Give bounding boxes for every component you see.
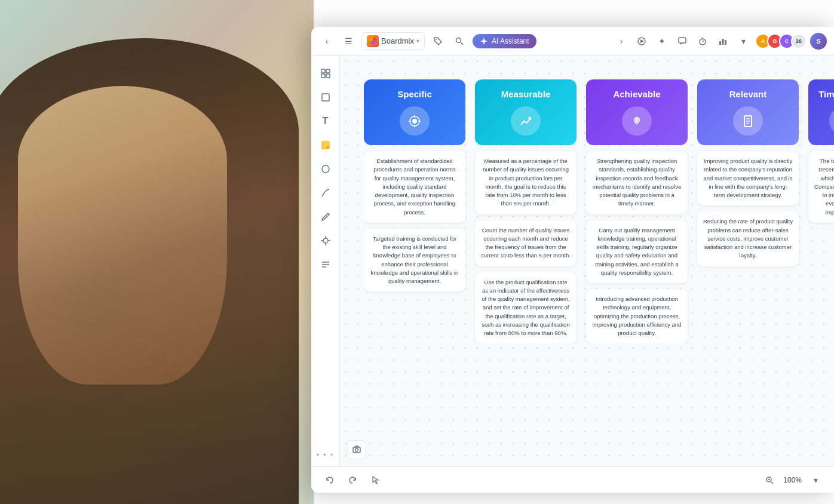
brand-dropdown: ▾: [416, 38, 419, 44]
chart-button[interactable]: [715, 33, 731, 50]
measurable-card-3: Use the product qualification rate as an…: [475, 272, 577, 344]
text-tool[interactable]: T: [315, 110, 336, 132]
bottom-toolbar: 100% ▾: [311, 466, 834, 493]
ai-assistant-button[interactable]: AI Assistant: [473, 34, 536, 48]
sidebar: T: [311, 56, 340, 466]
sidebar-more[interactable]: • • •: [317, 451, 334, 459]
undo-button[interactable]: [321, 471, 339, 489]
relevant-title: Relevant: [729, 89, 767, 99]
relevant-header: Relevant: [697, 79, 799, 145]
more-right-button[interactable]: ›: [613, 33, 630, 50]
relevant-icon: [733, 106, 763, 136]
achievable-icon: [622, 106, 652, 136]
svg-marker-7: [640, 39, 644, 43]
timer-button[interactable]: [694, 33, 711, 50]
achievable-text-2: Carry out quality management knowledge t…: [592, 226, 682, 278]
measurable-text-1: Measured as a percentage of the number o…: [481, 157, 571, 208]
measurable-text-2: Count the number of quality issues occur…: [481, 226, 571, 260]
connector-tool[interactable]: [315, 182, 336, 204]
svg-point-4: [456, 38, 461, 42]
avatar-group: A B C 26: [755, 33, 807, 49]
sticky-tool[interactable]: [315, 134, 336, 156]
brand-icon: [367, 35, 379, 47]
svg-rect-12: [719, 41, 721, 45]
menu-button[interactable]: ☰: [340, 33, 357, 50]
relevant-text-2: Reducing the rate of product quality pro…: [703, 217, 793, 260]
svg-point-21: [322, 165, 329, 173]
frame-tool[interactable]: [315, 87, 336, 108]
achievable-header: Achievable: [586, 79, 688, 145]
measurable-text-3: Use the product qualification rate as an…: [481, 278, 571, 338]
measurable-card-1: Measured as a percentage of the number o…: [475, 151, 577, 214]
svg-rect-20: [321, 141, 330, 149]
relevant-card-1: Improving product quality is directly re…: [697, 151, 799, 205]
svg-point-30: [412, 119, 417, 124]
measurable-icon: [511, 106, 541, 136]
shape-tool[interactable]: [315, 158, 336, 180]
tag-button[interactable]: [430, 33, 446, 50]
svg-point-47: [355, 448, 358, 451]
svg-rect-8: [679, 38, 686, 43]
timebound-text-1: The target deadline December 31, 2024, w…: [814, 157, 834, 217]
comment-button[interactable]: [674, 33, 691, 50]
zoom-dropdown[interactable]: ▾: [807, 471, 824, 489]
measurable-title: Measurable: [501, 89, 551, 99]
specific-text-2: Targeted training is conducted for the e…: [370, 235, 459, 286]
svg-rect-19: [322, 94, 329, 101]
plugin-tool[interactable]: [315, 230, 336, 251]
achievable-card-3: Introducing advanced production technolo…: [586, 289, 688, 343]
timebound-column: Time-bound The target deadline December …: [808, 79, 834, 343]
specific-header: Specific: [364, 79, 465, 145]
app-window: ‹ ☰ Boardmix ▾: [311, 27, 834, 493]
achievable-card-2: Carry out quality management knowledge t…: [586, 220, 688, 284]
back-button[interactable]: ‹: [318, 33, 335, 50]
svg-line-5: [461, 42, 463, 45]
top-toolbar: ‹ ☰ Boardmix ▾: [311, 27, 834, 56]
svg-line-50: [771, 481, 774, 484]
specific-text-1: Establishment of standardized procedures…: [370, 157, 459, 217]
relevant-text-1: Improving product quality is directly re…: [703, 157, 793, 199]
measurable-header: Measurable: [475, 79, 577, 145]
timebound-header: Time-bound: [808, 79, 834, 145]
toolbar-right: › ✦: [613, 33, 827, 50]
svg-point-37: [636, 119, 638, 121]
svg-line-11: [703, 41, 704, 42]
zoom-out-button[interactable]: [761, 471, 778, 489]
achievable-text-1: Strengthening quality inspection standar…: [592, 157, 682, 208]
svg-point-0: [369, 38, 373, 41]
achievable-column: Achievable Strengthening quality inspect…: [586, 79, 688, 343]
timebound-card-1: The target deadline December 31, 2024, w…: [808, 151, 834, 223]
camera-button[interactable]: [347, 440, 366, 459]
svg-point-22: [323, 238, 328, 243]
list-tool[interactable]: [315, 254, 336, 275]
background-photo: [0, 0, 314, 504]
user-avatar[interactable]: S: [810, 33, 827, 50]
achievable-card-1: Strengthening quality inspection standar…: [586, 151, 688, 214]
pointer-button[interactable]: [366, 471, 384, 489]
person-silhouette: [0, 38, 299, 504]
svg-rect-14: [725, 40, 726, 45]
svg-rect-17: [321, 74, 325, 78]
redo-button[interactable]: [344, 471, 361, 489]
specific-card-1: Establishment of standardized procedures…: [364, 151, 465, 223]
svg-point-3: [436, 39, 437, 40]
play-button[interactable]: [633, 33, 650, 50]
svg-rect-18: [326, 74, 330, 78]
sparkle-button[interactable]: ✦: [654, 33, 670, 50]
relevant-column: Relevant Improving product quality is di…: [697, 79, 799, 343]
canvas-area[interactable]: Specific: [340, 56, 834, 466]
pen-tool[interactable]: [315, 206, 336, 228]
timebound-icon: [829, 106, 834, 136]
search-button[interactable]: [451, 33, 468, 50]
svg-rect-16: [326, 69, 330, 73]
toolbar-dropdown[interactable]: ▾: [735, 33, 752, 50]
avatar-count: 26: [791, 33, 807, 49]
specific-column: Specific: [364, 79, 465, 343]
svg-rect-13: [722, 39, 724, 45]
brand-button[interactable]: Boardmix ▾: [361, 32, 425, 50]
svg-point-2: [371, 41, 375, 44]
frames-tool[interactable]: [315, 63, 336, 84]
achievable-text-3: Introducing advanced production technolo…: [592, 295, 682, 337]
zoom-level: 100%: [783, 476, 802, 484]
specific-icon: [400, 106, 430, 136]
